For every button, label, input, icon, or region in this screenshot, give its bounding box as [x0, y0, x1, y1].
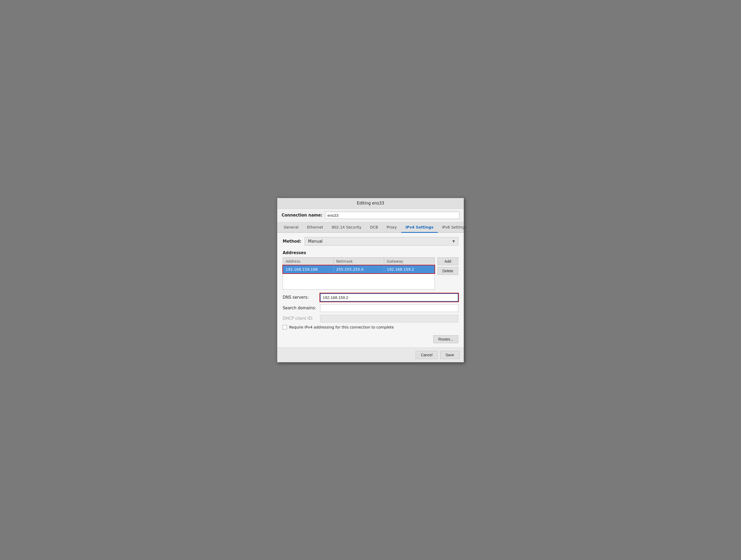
save-button[interactable]: Save	[440, 351, 459, 359]
footer: Cancel Save	[277, 347, 464, 362]
cancel-button[interactable]: Cancel	[416, 351, 437, 359]
method-dropdown[interactable]: Manual ▼	[305, 237, 458, 246]
method-value: Manual	[308, 239, 450, 244]
routes-button[interactable]: Routes...	[433, 335, 458, 343]
tab-ipv4[interactable]: IPv4 Settings	[401, 222, 438, 233]
method-row: Method: Manual ▼	[283, 237, 458, 246]
dhcp-client-id-input	[320, 315, 458, 322]
table-empty-space	[283, 273, 434, 289]
tab-security[interactable]: 802.1X Security	[328, 222, 366, 233]
addresses-section: Addresses Address Netmask Gateway 192.16…	[283, 250, 458, 290]
dropdown-arrow-icon: ▼	[453, 239, 455, 243]
connection-name-input[interactable]	[325, 212, 459, 219]
tab-ethernet[interactable]: Ethernet	[303, 222, 327, 233]
table-buttons: Add Delete	[437, 257, 458, 290]
col-netmask: Netmask	[334, 258, 384, 265]
connection-name-row: Connection name:	[277, 209, 464, 222]
dhcp-client-id-row: DHCP client ID:	[283, 315, 458, 322]
method-label: Method:	[283, 239, 301, 244]
tab-proxy[interactable]: Proxy	[382, 222, 401, 233]
tab-general[interactable]: General	[279, 222, 303, 233]
col-gateway: Gateway	[384, 258, 434, 265]
dns-servers-row: DNS servers:	[283, 293, 458, 302]
require-ipv4-checkbox[interactable]	[283, 325, 287, 329]
delete-button[interactable]: Delete	[437, 267, 458, 275]
tabs-bar: General Ethernet 802.1X Security DCB Pro…	[277, 222, 464, 233]
add-button[interactable]: Add	[437, 257, 458, 265]
dhcp-client-id-label: DHCP client ID:	[283, 316, 317, 321]
search-domains-label: Search domains:	[283, 306, 317, 310]
table-header: Address Netmask Gateway	[283, 258, 434, 265]
dns-servers-label: DNS servers:	[283, 295, 317, 300]
addresses-title: Addresses	[283, 250, 458, 255]
title-bar: Editing ens33	[277, 198, 464, 209]
search-domains-row: Search domains:	[283, 304, 458, 312]
search-domains-input[interactable]	[320, 304, 458, 312]
col-address: Address	[283, 258, 334, 265]
table-row[interactable]: 192.168.159.166 255.255.255.0 192.168.15…	[283, 265, 434, 273]
tab-ipv6[interactable]: IPv6 Settings	[438, 222, 471, 233]
editing-dialog: Editing ens33 Connection name: General E…	[277, 198, 464, 363]
tab-content: Method: Manual ▼ Addresses Address Netma…	[277, 233, 464, 347]
cell-address: 192.168.159.166	[283, 265, 334, 273]
connection-name-label: Connection name:	[282, 213, 323, 218]
tab-dcb[interactable]: DCB	[366, 222, 382, 233]
require-ipv4-label: Require IPv4 addressing for this connect…	[289, 325, 394, 329]
cell-netmask: 255.255.255.0	[334, 265, 384, 273]
addresses-table-container: Address Netmask Gateway 192.168.159.166 …	[283, 257, 458, 290]
routes-row: Routes...	[283, 333, 458, 343]
dns-servers-input[interactable]	[320, 293, 458, 302]
require-ipv4-row: Require IPv4 addressing for this connect…	[283, 325, 458, 329]
cell-gateway: 192.168.159.2	[384, 265, 434, 273]
addresses-table: Address Netmask Gateway 192.168.159.166 …	[283, 257, 435, 290]
dialog-title: Editing ens33	[357, 201, 384, 206]
